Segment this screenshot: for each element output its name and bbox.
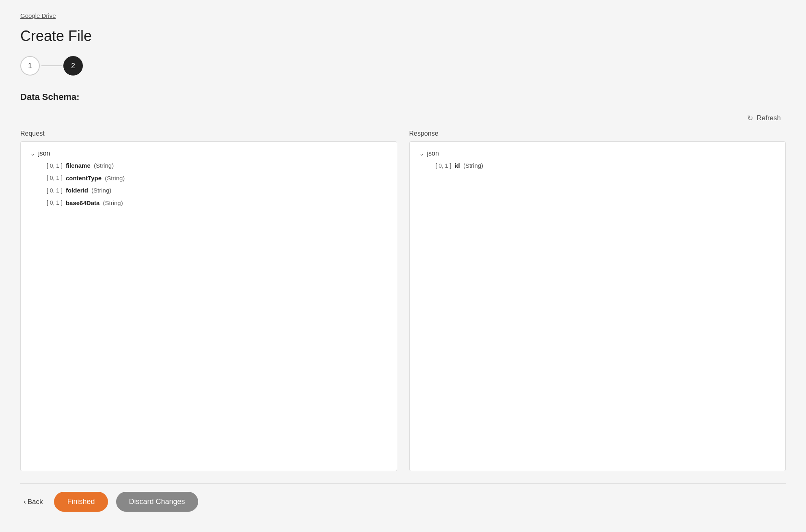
step-1[interactable]: 1 bbox=[20, 56, 40, 76]
step-connector bbox=[41, 65, 62, 66]
response-panel-label: Response bbox=[409, 130, 786, 137]
finished-button[interactable]: Finished bbox=[54, 492, 108, 512]
refresh-button[interactable]: ↻ Refresh bbox=[742, 110, 786, 126]
discard-changes-button[interactable]: Discard Changes bbox=[116, 492, 198, 512]
response-panel-box: ⌄ json [ 0, 1 ] id (String) bbox=[409, 141, 786, 471]
response-root-label: json bbox=[427, 150, 439, 157]
request-field-contenttype: [ 0, 1 ] contentType (String) bbox=[47, 174, 387, 183]
back-chevron-icon: ‹ bbox=[24, 498, 26, 506]
response-tree-root: ⌄ json [ 0, 1 ] id (String) bbox=[419, 150, 776, 171]
request-panel-box: ⌄ json [ 0, 1 ] filename (String) [ 0, 1… bbox=[20, 141, 397, 471]
request-panel-label: Request bbox=[20, 130, 397, 137]
bottom-bar: ‹ Back Finished Discard Changes bbox=[20, 483, 786, 516]
refresh-row: ↻ Refresh bbox=[20, 110, 786, 126]
response-panel: Response ⌄ json [ 0, 1 ] id (String) bbox=[409, 130, 786, 471]
schema-panels: Request ⌄ json [ 0, 1 ] filename (String… bbox=[20, 130, 786, 471]
breadcrumb: Google Drive bbox=[20, 12, 786, 19]
page-title: Create File bbox=[20, 28, 786, 45]
request-field-folderid: [ 0, 1 ] folderid (String) bbox=[47, 186, 387, 195]
request-field-filename: [ 0, 1 ] filename (String) bbox=[47, 161, 387, 171]
chevron-down-icon: ⌄ bbox=[30, 151, 35, 157]
step-indicator: 1 2 bbox=[20, 56, 786, 76]
request-root-label: json bbox=[38, 150, 50, 157]
request-tree-root: ⌄ json [ 0, 1 ] filename (String) [ 0, 1… bbox=[30, 150, 387, 208]
page-container: Google Drive Create File 1 2 Data Schema… bbox=[0, 0, 806, 532]
request-panel: Request ⌄ json [ 0, 1 ] filename (String… bbox=[20, 130, 397, 471]
response-tree-children: [ 0, 1 ] id (String) bbox=[419, 161, 776, 171]
response-field-id: [ 0, 1 ] id (String) bbox=[436, 161, 776, 171]
request-field-base64data: [ 0, 1 ] base64Data (String) bbox=[47, 199, 387, 208]
back-button[interactable]: ‹ Back bbox=[20, 495, 46, 508]
request-tree-children: [ 0, 1 ] filename (String) [ 0, 1 ] cont… bbox=[30, 161, 387, 208]
step-2[interactable]: 2 bbox=[63, 56, 83, 76]
section-title: Data Schema: bbox=[20, 92, 786, 102]
breadcrumb-link[interactable]: Google Drive bbox=[20, 12, 56, 19]
chevron-down-icon: ⌄ bbox=[419, 151, 424, 157]
refresh-icon: ↻ bbox=[747, 114, 753, 123]
